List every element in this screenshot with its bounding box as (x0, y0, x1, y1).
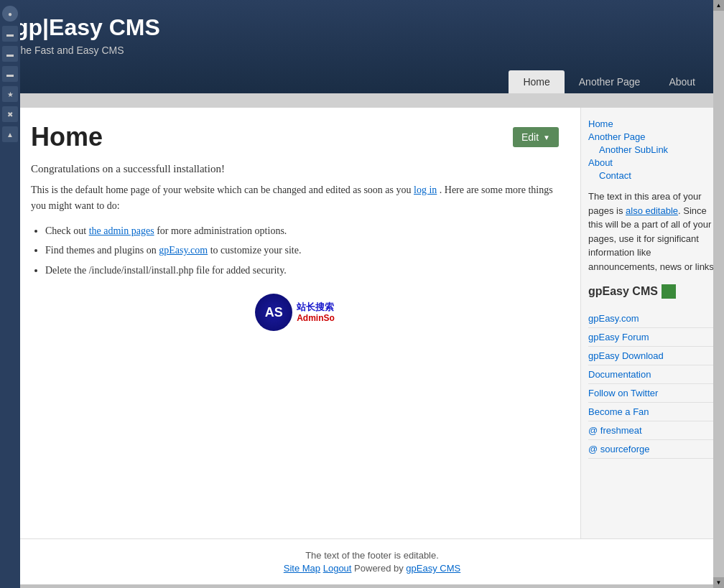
edit-button-label: Edit (521, 131, 539, 143)
gpeasy-cms-link[interactable]: gpEasy CMS (406, 563, 460, 574)
nav-item-another-page[interactable]: Another Page (565, 70, 655, 93)
right-nav-contact[interactable]: Contact (599, 170, 717, 181)
nav-item-home[interactable]: Home (509, 70, 564, 93)
main-nav: Home Another Page About (14, 63, 710, 93)
admin-sidebar: ● ▬ ▬ ▬ ★ ✖ ▲ (0, 0, 20, 584)
list-item: Find themes and plugins on gpEasy.com to… (45, 243, 559, 258)
sidebar-link-gpeasy-com[interactable]: gpEasy.com (588, 309, 717, 328)
site-title: gp|Easy CMS (14, 7, 710, 45)
scroll-up-arrow[interactable]: ▲ (713, 0, 724, 11)
todo-list: Check out the admin pages for more admin… (45, 223, 559, 279)
scrollbar[interactable]: ▲ ▼ (713, 0, 724, 584)
sidebar-link-sourceforge[interactable]: @ sourceforge (588, 440, 717, 459)
admin-pages-link[interactable]: the admin pages (89, 225, 154, 236)
main-content: Home Edit ▼ Congratulations on a success… (20, 108, 580, 538)
chevron-down-icon: ▼ (543, 134, 550, 141)
right-nav-about[interactable]: About (588, 157, 717, 168)
description-text: This is the default home page of your we… (31, 182, 559, 215)
footer: The text of the footer is editable. Site… (20, 538, 724, 584)
welcome-text: Congratulations on a successfull install… (31, 163, 559, 175)
sidebar-description: The text in this area of your pages is a… (588, 190, 717, 274)
list-item: Check out the admin pages for more admin… (45, 223, 559, 239)
sidebar-link-twitter[interactable]: Follow on Twitter (588, 384, 717, 403)
sidebar-icon-5[interactable]: ✖ (2, 106, 18, 122)
sidebar-icon-4[interactable]: ★ (2, 86, 18, 102)
sidebar-links: gpEasy.com gpEasy Forum gpEasy Download … (588, 309, 717, 459)
footer-links: Site Map Logout Powered by gpEasy CMS (31, 563, 713, 574)
login-link[interactable]: log in (414, 185, 437, 195)
watermark-image: AS 站长搜索 AdminSo (31, 293, 559, 332)
gpeasy-link[interactable]: gpEasy.com (159, 245, 208, 256)
header-strip (20, 93, 724, 108)
sidebar-icon-6[interactable]: ▲ (2, 126, 18, 142)
page-wrapper: Home Edit ▼ Congratulations on a success… (20, 108, 724, 538)
sidebar-icon-2[interactable]: ▬ (2, 46, 18, 62)
edit-button[interactable]: Edit ▼ (513, 127, 559, 147)
scroll-down-arrow[interactable]: ▼ (713, 577, 724, 584)
page-title-row: Home Edit ▼ (31, 122, 559, 152)
site-subtitle: The Fast and Easy CMS (14, 45, 710, 63)
sidebar-icon-home[interactable]: ● (2, 6, 18, 22)
description-part1: This is the default home page of your we… (31, 185, 412, 195)
sidebar-brand-icon (662, 284, 676, 299)
right-nav-another-sublink[interactable]: Another SubLink (599, 144, 717, 155)
also-editable-link[interactable]: also editable (626, 205, 678, 216)
footer-powered-by: Powered by (354, 563, 406, 574)
sidebar-link-documentation[interactable]: Documentation (588, 365, 717, 384)
header: gp|Easy CMS The Fast and Easy CMS Home A… (0, 0, 724, 93)
page-heading: Home (31, 122, 103, 152)
sidebar-link-gpeasy-download[interactable]: gpEasy Download (588, 347, 717, 365)
list-item: Delete the /include/install/install.php … (45, 263, 559, 279)
logout-link[interactable]: Logout (323, 563, 352, 574)
sidebar-link-gpeasy-forum[interactable]: gpEasy Forum (588, 328, 717, 347)
right-nav-another-page[interactable]: Another Page (588, 131, 717, 142)
right-nav-home[interactable]: Home (588, 118, 717, 129)
site-map-link[interactable]: Site Map (284, 563, 320, 574)
sidebar-icon-3[interactable]: ▬ (2, 66, 18, 82)
footer-text: The text of the footer is editable. (31, 550, 713, 561)
sidebar-brand: gpEasy CMS (588, 284, 717, 299)
sidebar-brand-name: gpEasy CMS (588, 285, 658, 298)
sidebar-icon-1[interactable]: ▬ (2, 26, 18, 42)
right-sidebar: Home Another Page Another SubLink About … (580, 108, 724, 538)
sidebar-link-fan[interactable]: Become a Fan (588, 403, 717, 421)
sidebar-link-freshmeat[interactable]: @ freshmeat (588, 421, 717, 440)
nav-item-about[interactable]: About (654, 70, 710, 93)
